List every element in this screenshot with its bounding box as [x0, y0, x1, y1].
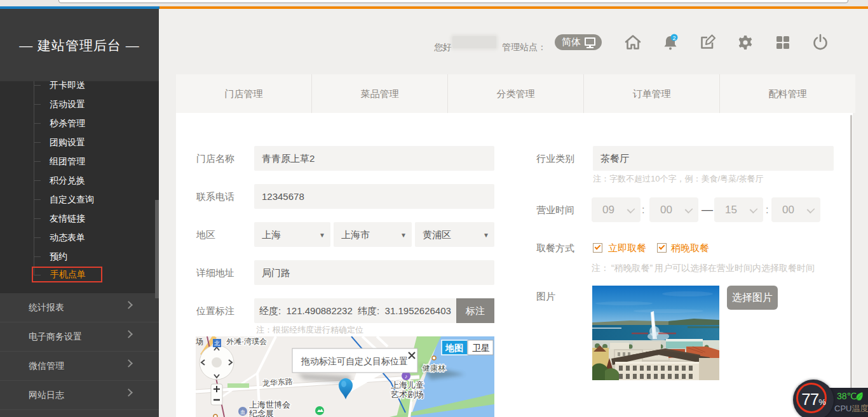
svg-text:卫星: 卫星 — [472, 343, 490, 353]
svg-text:2: 2 — [672, 35, 675, 41]
svg-text:北: 北 — [214, 340, 220, 347]
svg-text:地图: 地图 — [445, 343, 463, 353]
svg-text:上海世博会: 上海世博会 — [249, 400, 290, 409]
svg-text:上海儿童: 上海儿童 — [391, 380, 424, 390]
svg-text:艺术剧场: 艺术剧场 — [391, 390, 424, 399]
svg-text:场: 场 — [196, 337, 203, 346]
svg-text:♪: ♪ — [405, 373, 408, 380]
svg-text:健康林: 健康林 — [422, 364, 446, 373]
svg-text:血: 血 — [240, 409, 245, 415]
svg-text:纪念展: 纪念展 — [249, 409, 274, 417]
svg-text:拖动标注可自定义目标位置: 拖动标注可自定义目标位置 — [301, 356, 408, 366]
svg-text:外滩·湾璞会: 外滩·湾璞会 — [226, 337, 267, 346]
